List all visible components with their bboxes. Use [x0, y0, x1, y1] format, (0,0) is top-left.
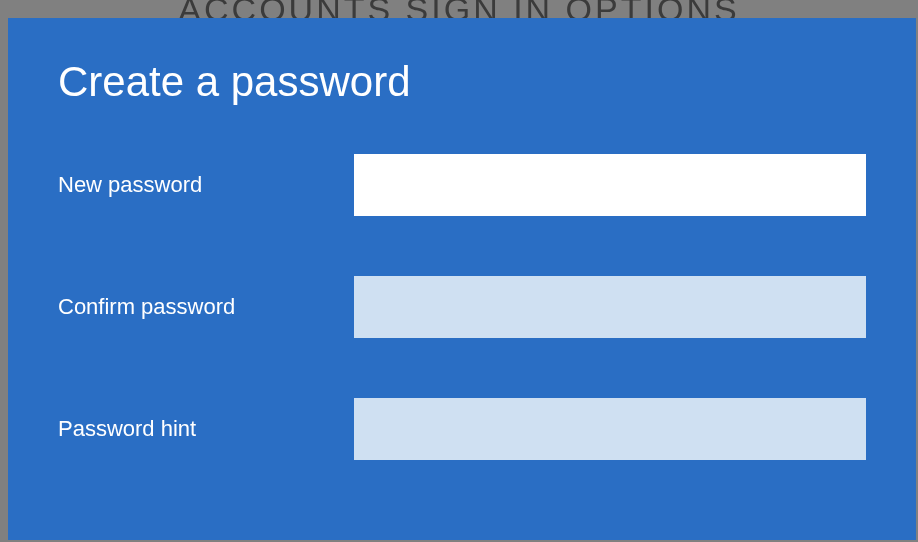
confirm-password-row: Confirm password	[58, 276, 866, 338]
confirm-password-input[interactable]	[354, 276, 866, 338]
dialog-title: Create a password	[58, 58, 866, 106]
password-hint-label: Password hint	[58, 416, 354, 442]
password-hint-input[interactable]	[354, 398, 866, 460]
password-hint-row: Password hint	[58, 398, 866, 460]
new-password-row: New password	[58, 154, 866, 216]
new-password-label: New password	[58, 172, 354, 198]
create-password-dialog: Create a password New password Confirm p…	[8, 18, 916, 540]
new-password-input[interactable]	[354, 154, 866, 216]
confirm-password-label: Confirm password	[58, 294, 354, 320]
